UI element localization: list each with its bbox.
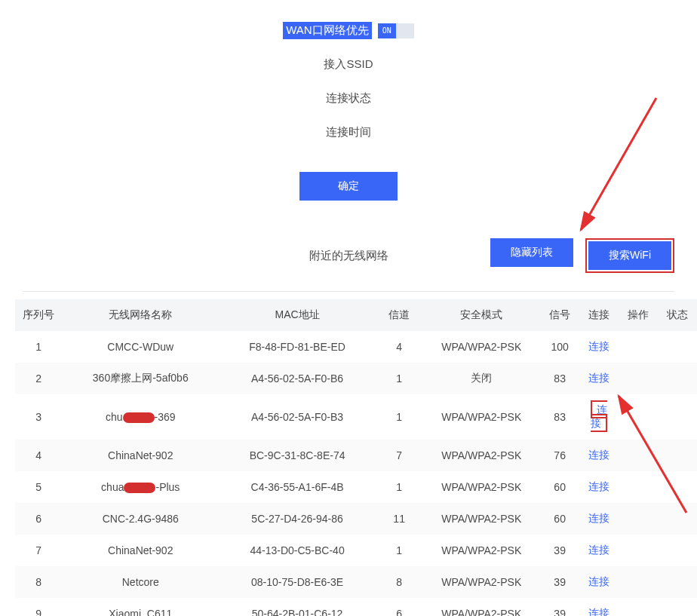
cell-connect: 连接 [579, 535, 619, 566]
cell-name: ChinaNet-902 [62, 535, 219, 566]
cell-channel: 1 [376, 394, 422, 440]
cell-index: 4 [15, 440, 62, 471]
cell-connect: 连接 [579, 331, 619, 363]
cell-name: chua-Plus [62, 471, 219, 503]
list-header: 附近的无线网络 隐藏列表 搜索WiFi [0, 223, 697, 288]
conn-status-row: 连接状态 [0, 81, 697, 115]
cell-name: CMCC-WDuw [62, 331, 219, 363]
col-connect: 连接 [579, 299, 619, 331]
toggle-on-text: ON [378, 23, 396, 38]
cell-operate [619, 440, 658, 471]
cell-operate [619, 503, 658, 535]
table-row: 2360摩擦上网-5af0b6A4-56-02-5A-F0-B61关闭83连接 [15, 363, 697, 394]
cell-status [658, 566, 697, 598]
cell-channel: 8 [376, 566, 422, 598]
table-row: 3chu-369A4-56-02-5A-F0-B31WPA/WPA2-PSK83… [15, 394, 697, 440]
cell-index: 9 [15, 598, 62, 616]
cell-security: WPA/WPA2-PSK [422, 394, 540, 440]
cell-signal: 39 [540, 566, 579, 598]
search-wifi-button[interactable]: 搜索WiFi [588, 241, 671, 270]
table-row: 7ChinaNet-90244-13-D0-C5-BC-401WPA/WPA2-… [15, 535, 697, 566]
cell-security: WPA/WPA2-PSK [422, 471, 540, 503]
cell-connect: 连接 [579, 566, 619, 598]
cell-name: CNC-2.4G-9486 [62, 503, 219, 535]
col-signal: 信号 [540, 299, 579, 331]
cell-operate [619, 363, 658, 394]
cell-mac: A4-56-02-5A-F0-B3 [219, 394, 376, 440]
connect-link[interactable]: 连接 [591, 400, 607, 432]
cell-name: Netcore [62, 566, 219, 598]
divider [23, 291, 674, 292]
table-row: 8Netcore08-10-75-D8-E6-3E8WPA/WPA2-PSK39… [15, 566, 697, 598]
ssid-label: 接入SSID [324, 57, 373, 72]
cell-signal: 39 [540, 598, 579, 616]
connect-link[interactable]: 连接 [588, 372, 609, 384]
cell-name: ChinaNet-902 [62, 440, 219, 471]
cell-channel: 1 [376, 471, 422, 503]
col-operate: 操作 [619, 299, 658, 331]
settings-panel: WAN口网络优先 ON 接入SSID 连接状态 连接时间 确定 [0, 0, 697, 223]
connect-link[interactable]: 连接 [588, 449, 609, 461]
ssid-row: 接入SSID [0, 48, 697, 81]
cell-security: WPA/WPA2-PSK [422, 503, 540, 535]
cell-mac: F8-48-FD-81-BE-ED [219, 331, 376, 363]
cell-mac: C4-36-55-A1-6F-4B [219, 471, 376, 503]
hide-list-button[interactable]: 隐藏列表 [490, 238, 573, 267]
cell-channel: 6 [376, 598, 422, 616]
cell-index: 3 [15, 394, 62, 440]
connect-link[interactable]: 连接 [588, 544, 609, 556]
cell-status [658, 535, 697, 566]
cell-name: Xiaomi_C611 [62, 598, 219, 616]
cell-channel: 7 [376, 440, 422, 471]
cell-channel: 4 [376, 331, 422, 363]
wan-priority-label: WAN口网络优先 [283, 22, 371, 39]
cell-index: 8 [15, 566, 62, 598]
cell-index: 1 [15, 331, 62, 363]
search-wifi-highlight: 搜索WiFi [585, 238, 674, 273]
cell-security: WPA/WPA2-PSK [422, 566, 540, 598]
cell-connect: 连接 [579, 440, 619, 471]
col-channel: 信道 [376, 299, 422, 331]
cell-operate [619, 598, 658, 616]
connect-link[interactable]: 连接 [588, 480, 609, 492]
col-name: 无线网络名称 [62, 299, 219, 331]
conn-time-row: 连接时间 [0, 115, 697, 149]
cell-connect: 连接 [579, 503, 619, 535]
cell-operate [619, 566, 658, 598]
wan-priority-row: WAN口网络优先 ON [0, 14, 697, 48]
cell-index: 2 [15, 363, 62, 394]
cell-signal: 60 [540, 471, 579, 503]
cell-mac: A4-56-02-5A-F0-B6 [219, 363, 376, 394]
cell-mac: BC-9C-31-8C-8E-74 [219, 440, 376, 471]
cell-status [658, 440, 697, 471]
cell-channel: 11 [376, 503, 422, 535]
cell-security: WPA/WPA2-PSK [422, 331, 540, 363]
connect-link[interactable]: 连接 [588, 340, 609, 352]
table-row: 4ChinaNet-902BC-9C-31-8C-8E-747WPA/WPA2-… [15, 440, 697, 471]
redaction-mark [124, 483, 155, 493]
connect-link[interactable]: 连接 [588, 575, 609, 587]
cell-index: 7 [15, 535, 62, 566]
cell-status [658, 598, 697, 616]
table-row: 6CNC-2.4G-94865C-27-D4-26-94-8611WPA/WPA… [15, 503, 697, 535]
connect-link[interactable]: 连接 [588, 607, 609, 616]
cell-channel: 1 [376, 363, 422, 394]
cell-status [658, 471, 697, 503]
cell-mac: 5C-27-D4-26-94-86 [219, 503, 376, 535]
connect-link[interactable]: 连接 [588, 512, 609, 524]
cell-connect: 连接 [579, 394, 619, 440]
conn-time-label: 连接时间 [326, 125, 371, 139]
cell-signal: 83 [540, 363, 579, 394]
cell-security: WPA/WPA2-PSK [422, 598, 540, 616]
wan-priority-toggle[interactable]: ON [378, 23, 414, 38]
col-security: 安全模式 [422, 299, 540, 331]
cell-mac: 50-64-2B-01-C6-12 [219, 598, 376, 616]
cell-operate [619, 331, 658, 363]
nearby-networks-title: 附近的无线网络 [309, 249, 388, 263]
confirm-button[interactable]: 确定 [299, 172, 398, 201]
cell-mac: 44-13-D0-C5-BC-40 [219, 535, 376, 566]
cell-index: 6 [15, 503, 62, 535]
cell-operate [619, 471, 658, 503]
cell-status [658, 363, 697, 394]
cell-status [658, 503, 697, 535]
